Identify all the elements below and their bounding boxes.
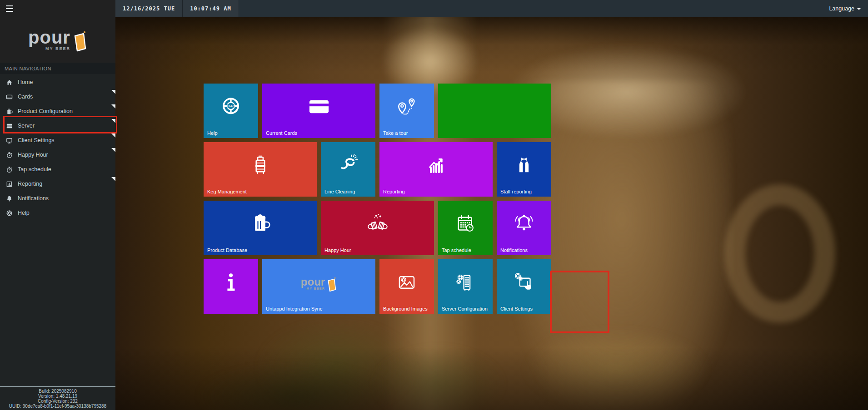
- nav-list: HomeCardsProduct ConfigurationServerClie…: [0, 74, 115, 220]
- sidebar-item-label: Tap schedule: [18, 166, 51, 173]
- svg-text:HELP: HELP: [227, 104, 234, 107]
- tile-tap-schedule[interactable]: Tap schedule: [438, 201, 493, 255]
- stopwatch-icon: [5, 166, 13, 173]
- beer-mug-icon: [248, 212, 273, 238]
- sidebar-top: [0, 0, 115, 17]
- info-icon: [219, 270, 243, 296]
- vest-icon: [512, 153, 536, 179]
- tile-label: Reporting: [383, 189, 405, 194]
- brand-logo: pour MY BEER: [0, 17, 115, 63]
- tile-client-settings[interactable]: Client Settings: [497, 259, 551, 314]
- submenu-caret-icon: [111, 148, 115, 152]
- tile-label: Server Configuration: [442, 306, 488, 311]
- lifebuoy-icon: HELP: [219, 94, 243, 121]
- sidebar-item-home[interactable]: Home: [0, 75, 115, 89]
- hops-decor: [370, 344, 506, 410]
- sidebar-item-notifications[interactable]: Notifications: [0, 191, 115, 206]
- brand-subname: MY BEER: [45, 46, 70, 51]
- submenu-caret-icon: [111, 90, 115, 94]
- tankard-icon: [5, 108, 13, 115]
- build-info: Build: 2025082910: [1, 389, 115, 394]
- tile-take-a-tour[interactable]: Take a tour: [379, 84, 434, 138]
- chart-growth-icon: [424, 153, 449, 179]
- tile-background-images[interactable]: Background Images: [379, 259, 434, 314]
- tile-label: Take a tour: [383, 130, 408, 136]
- calendar-clock-icon: [453, 212, 478, 238]
- sidebar-item-help[interactable]: Help: [0, 206, 115, 220]
- server-gear-icon: [453, 270, 478, 296]
- sidebar-item-label: Help: [18, 210, 30, 216]
- tile-label: Keg Management: [207, 189, 247, 194]
- submenu-caret-icon: [111, 177, 115, 181]
- menu-toggle-icon[interactable]: [6, 5, 14, 12]
- tile-label: Background Images: [383, 306, 428, 311]
- sidebar-item-label: Notifications: [18, 195, 49, 202]
- life-ring-icon: [5, 209, 13, 217]
- date-display: 12/16/2025 TUE: [115, 0, 183, 17]
- tile-staff-reporting[interactable]: Staff reporting: [497, 142, 551, 197]
- tile-untappd-integration-sync[interactable]: pourMY BEERUntappd Integration Sync: [262, 259, 375, 314]
- tile-server-configuration[interactable]: Server Configuration: [438, 259, 493, 314]
- tile-label: Staff reporting: [500, 189, 532, 194]
- tile-current-cards[interactable]: Current Cards: [262, 84, 375, 138]
- tile-label: Line Cleaning: [324, 189, 355, 194]
- tile-info[interactable]: [204, 259, 258, 314]
- bell-icon: [5, 195, 13, 202]
- tile-label: Untappd Integration Sync: [266, 306, 322, 311]
- sidebar-item-label: Happy Hour: [18, 152, 48, 158]
- sidebar-item-label: Product Configuration: [18, 108, 73, 114]
- tile-label: Tap schedule: [442, 247, 471, 253]
- tile-blank-3[interactable]: [438, 84, 551, 138]
- clock: 12/16/2025 TUE 10:07:49 AM: [115, 0, 239, 17]
- sidebar-item-label: Client Settings: [18, 137, 55, 143]
- image-gear-icon: [394, 270, 419, 296]
- tile-label: Help: [207, 130, 218, 136]
- time-display: 10:07:49 AM: [183, 0, 239, 17]
- language-dropdown[interactable]: Language: [829, 5, 861, 12]
- sidebar-item-tap-schedule[interactable]: Tap schedule: [0, 162, 115, 177]
- sidebar: pour MY BEER MAIN NAVIGATION HomeCardsPr…: [0, 0, 115, 410]
- tile-happy-hour[interactable]: Happy Hour: [321, 201, 434, 255]
- home-icon: [5, 79, 13, 86]
- sidebar-item-reporting[interactable]: Reporting: [0, 177, 115, 191]
- top-bar: 12/16/2025 TUE 10:07:49 AM Language: [115, 0, 868, 17]
- brand-name: pour: [28, 29, 70, 45]
- tile-label: Client Settings: [500, 306, 533, 311]
- uuid-info: UUID: 90de7ca8-b0f1-11ef-95aa-30138b7952…: [1, 404, 115, 409]
- sidebar-item-client-settings[interactable]: Client Settings: [0, 133, 115, 148]
- tile-reporting[interactable]: Reporting: [379, 142, 493, 197]
- sidebar-item-label: Server: [18, 123, 35, 129]
- sidebar-item-label: Home: [18, 79, 33, 85]
- tile-label: Notifications: [500, 247, 528, 253]
- tile-grid: HELPHelpCurrent CardsTake a tourKeg Mana…: [204, 84, 551, 314]
- tile-notifications[interactable]: Notifications: [497, 201, 551, 255]
- map-route-icon: [394, 94, 419, 121]
- sidebar-item-happy-hour[interactable]: Happy Hour: [0, 148, 115, 162]
- tile-product-database[interactable]: Product Database: [204, 201, 317, 255]
- credit-card-icon: [5, 93, 13, 100]
- tile-help[interactable]: HELPHelp: [204, 84, 258, 138]
- nav-section-label: MAIN NAVIGATION: [0, 63, 115, 74]
- bell-ring-icon: [512, 212, 536, 238]
- beer-glass-icon: [326, 277, 337, 292]
- report-grid-icon: [5, 180, 13, 188]
- submenu-caret-icon: [111, 104, 115, 109]
- hose-icon: [336, 153, 360, 179]
- submenu-caret-icon: [111, 133, 115, 138]
- sidebar-item-label: Reporting: [18, 181, 42, 187]
- cheers-icon: [365, 212, 390, 238]
- language-label: Language: [829, 5, 854, 12]
- submenu-caret-icon: [111, 119, 115, 123]
- hops-decor: [254, 317, 418, 410]
- tile-keg-management[interactable]: Keg Management: [204, 142, 317, 197]
- sidebar-item-cards[interactable]: Cards: [0, 89, 115, 104]
- monitor-icon: [5, 137, 13, 144]
- wheat-decor: [521, 326, 712, 410]
- sidebar-item-product-configuration[interactable]: Product Configuration: [0, 104, 115, 119]
- pour-my-beer-logo: pourMY BEER: [301, 277, 337, 290]
- tile-label: Happy Hour: [324, 247, 351, 253]
- tile-line-cleaning[interactable]: Line Cleaning: [321, 142, 375, 197]
- sidebar-item-server[interactable]: Server: [0, 119, 115, 133]
- credit-card-icon: [307, 94, 331, 121]
- version-info: Version: 1.48.21.19: [1, 394, 115, 399]
